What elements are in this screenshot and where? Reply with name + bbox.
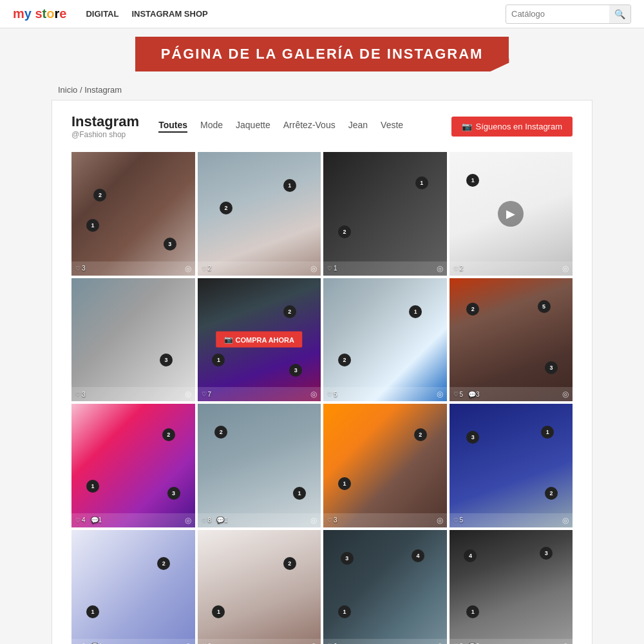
photo-stats: ♡5 ◎	[323, 387, 447, 401]
photo-badge: 2	[157, 557, 170, 570]
buy-now-overlay: 📷 COMPRA AHORA	[216, 332, 302, 348]
photo-cell-1[interactable]: 2 1 3 ♡3 ◎	[71, 152, 195, 276]
photo-badge: 1	[212, 354, 225, 366]
photo-cell-2[interactable]: 1 2 ♡2 ◎	[198, 152, 321, 276]
breadcrumb: Inicio / Instagram	[0, 80, 644, 100]
photo-stats: ♡2 ◎	[198, 261, 321, 276]
photo-badge: 2	[545, 487, 558, 500]
photo-badge: 3	[466, 431, 479, 444]
tab-arretez-vous[interactable]: Arrêtez-Vous	[283, 120, 336, 133]
play-icon: ▶	[498, 201, 524, 227]
photo-badge: 1	[212, 605, 225, 618]
photo-badge: 1	[86, 480, 99, 493]
breadcrumb-home[interactable]: Inicio	[58, 85, 77, 95]
top-navigation: my store DIGITAL INSTAGRAM SHOP 🔍	[0, 0, 644, 28]
photo-cell-6[interactable]: 📷 COMPRA AHORA 2 1 3 ♡7 ◎	[198, 278, 321, 402]
ig-subtitle: @Fashion shop	[71, 130, 139, 139]
nav-digital[interactable]: DIGITAL	[86, 9, 118, 19]
photo-badge: 1	[293, 487, 306, 500]
ig-icon: ◎	[562, 264, 569, 273]
follow-button[interactable]: 📷 Síguenos en Instagram	[451, 117, 573, 137]
photo-badge: 2	[214, 426, 227, 439]
banner-wrapper: PÁGINA DE LA GALERÍA DE INSTAGRAM	[0, 28, 644, 80]
banner-text: PÁGINA DE LA GALERÍA DE INSTAGRAM	[161, 46, 484, 62]
instagram-icon: 📷	[462, 122, 472, 131]
photo-stats: ♡2 ◎	[450, 261, 573, 276]
photo-grid: 2 1 3 ♡3 ◎ 1 2 ♡2 ◎ 1 2	[71, 152, 573, 644]
photo-badge: 2	[283, 557, 296, 570]
ig-icon: ◎	[562, 641, 569, 644]
photo-badge: 3	[164, 238, 176, 251]
photo-badge: 1	[86, 219, 99, 232]
photo-badge: 2	[338, 225, 351, 238]
search-bar: 🔍	[506, 5, 631, 24]
photo-badge: 1	[338, 477, 351, 490]
ig-icon: ◎	[310, 390, 317, 399]
photo-badge: 3	[540, 547, 553, 560]
tab-mode[interactable]: Mode	[200, 120, 223, 133]
photo-badge: 1	[283, 179, 296, 192]
photo-badge: 4	[464, 549, 477, 562]
photo-cell-14[interactable]: 2 1 ♡3 ◎	[198, 530, 321, 645]
breadcrumb-current: Instagram	[84, 85, 122, 95]
main-content: Instagram @Fashion shop Toutes Mode Jaqu…	[52, 100, 592, 644]
ig-icon: ◎	[185, 264, 191, 273]
photo-cell-13[interactable]: 2 1 ♡8 💬4 ◎	[71, 530, 195, 645]
ig-icon: ◎	[310, 516, 317, 525]
ig-icon: ◎	[437, 516, 443, 525]
photo-badge: 1	[86, 605, 99, 618]
photo-stats: ♡3 ◎	[71, 261, 195, 276]
tab-toutes[interactable]: Toutes	[158, 120, 187, 133]
photo-badge: 3	[167, 487, 180, 500]
filter-tabs: Toutes Mode Jaquette Arrêtez-Vous Jean V…	[158, 120, 431, 133]
photo-badge: 1	[415, 176, 428, 189]
tab-jean[interactable]: Jean	[348, 120, 368, 133]
ig-icon: ◎	[185, 390, 191, 399]
photo-badge: 1	[466, 605, 479, 618]
photo-stats: ♡5 💬3 ◎	[450, 387, 573, 401]
ig-header: Instagram @Fashion shop Toutes Mode Jaqu…	[71, 113, 573, 139]
ig-icon: ◎	[310, 264, 317, 273]
ig-icon: ◎	[185, 641, 191, 644]
ig-icon: ◎	[437, 641, 443, 644]
ig-icon: ◎	[185, 516, 191, 525]
tab-veste[interactable]: Veste	[381, 120, 403, 133]
search-input[interactable]	[506, 9, 609, 19]
photo-cell-9[interactable]: 1 3 2 ♡4 💬1 ◎	[71, 404, 195, 527]
photo-badge: 4	[412, 549, 424, 562]
photo-cell-15[interactable]: 3 4 1 ♡6 ◎	[323, 530, 447, 645]
photo-cell-5[interactable]: 3 ♡3 ◎	[71, 278, 195, 402]
photo-cell-16[interactable]: 4 3 1 ♡8 💬3 ◎	[450, 530, 573, 645]
photo-badge: 2	[220, 202, 232, 214]
tab-jaquette[interactable]: Jaquette	[236, 120, 270, 133]
photo-stats: ♡8 💬3 ◎	[450, 639, 573, 644]
photo-cell-8[interactable]: 2 3 5 ♡5 💬3 ◎	[450, 278, 573, 402]
nav-instagram-shop[interactable]: INSTAGRAM SHOP	[131, 9, 207, 19]
photo-badge: 2	[283, 305, 296, 318]
photo-stats: ♡1 ◎	[323, 261, 447, 276]
photo-badge: 2	[93, 189, 106, 202]
photo-badge: 2	[466, 303, 479, 316]
photo-badge: 3	[341, 552, 354, 565]
photo-badge: 3	[289, 364, 302, 377]
photo-cell-10[interactable]: 2 1 ♡8 💬1 ◎	[198, 404, 321, 527]
photo-stats: ♡3 ◎	[323, 513, 447, 527]
photo-cell-4[interactable]: ▶ 1 ♡2 ◎	[450, 152, 573, 276]
photo-stats: ♡4 💬1 ◎	[71, 513, 195, 527]
photo-badge: 3	[545, 361, 558, 374]
photo-stats: ♡5 ◎	[450, 513, 573, 527]
photo-badge: 1	[541, 426, 554, 439]
photo-cell-12[interactable]: 3 1 2 ♡5 ◎	[450, 404, 573, 527]
photo-badge: 1	[338, 605, 351, 618]
photo-badge: 1	[466, 174, 479, 187]
photo-badge: 2	[338, 354, 351, 366]
nav-links: DIGITAL INSTAGRAM SHOP	[86, 9, 486, 19]
photo-badge: 2	[414, 428, 427, 441]
photo-cell-3[interactable]: 1 2 ♡1 ◎	[323, 152, 447, 276]
site-logo[interactable]: my store	[13, 6, 66, 21]
ig-icon: ◎	[437, 390, 443, 399]
photo-cell-7[interactable]: 1 2 ♡5 ◎	[323, 278, 447, 402]
search-button[interactable]: 🔍	[609, 5, 630, 24]
ig-title-block: Instagram @Fashion shop	[71, 113, 139, 139]
photo-cell-11[interactable]: 1 2 ♡3 ◎	[323, 404, 447, 527]
